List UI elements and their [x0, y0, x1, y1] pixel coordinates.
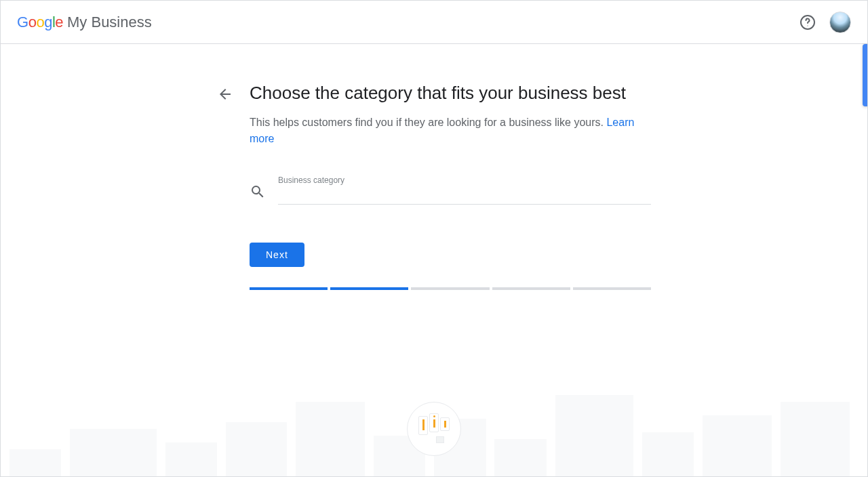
page-subtitle: This helps customers find you if they ar…	[250, 115, 651, 147]
logo-letter: G	[17, 14, 28, 31]
logo-letter: e	[55, 14, 63, 31]
page-title: Choose the category that fits your busin…	[250, 82, 651, 105]
progress-segment	[573, 287, 651, 290]
header-right	[800, 12, 851, 33]
logo-letter: g	[44, 14, 52, 31]
category-field-row: Business category	[250, 180, 651, 205]
business-category-field: Business category	[278, 180, 651, 205]
field-label: Business category	[278, 175, 344, 185]
next-button[interactable]: Next	[250, 243, 304, 267]
help-icon[interactable]	[800, 14, 816, 30]
progress-bar	[250, 287, 651, 290]
subtitle-text: This helps customers find you if they ar…	[250, 117, 606, 128]
product-name: My Business	[67, 14, 152, 31]
search-icon	[250, 184, 266, 200]
content: Choose the category that fits your busin…	[217, 44, 651, 290]
progress-segment	[250, 287, 328, 290]
header-left: G o o g l e My Business	[17, 14, 152, 31]
logo-letter: o	[36, 14, 44, 31]
app-header: G o o g l e My Business	[1, 1, 867, 44]
progress-segment	[330, 287, 408, 290]
main-area: Choose the category that fits your busin…	[1, 44, 867, 476]
illustration-badge	[407, 402, 461, 456]
avatar[interactable]	[829, 12, 851, 33]
google-logo: G o o g l e	[17, 14, 63, 31]
progress-segment	[411, 287, 489, 290]
logo-letter: o	[28, 14, 37, 31]
back-button[interactable]	[217, 86, 233, 102]
side-handle[interactable]	[863, 44, 868, 106]
progress-segment	[492, 287, 570, 290]
footer-illustration	[1, 375, 867, 476]
svg-point-1	[807, 25, 808, 26]
